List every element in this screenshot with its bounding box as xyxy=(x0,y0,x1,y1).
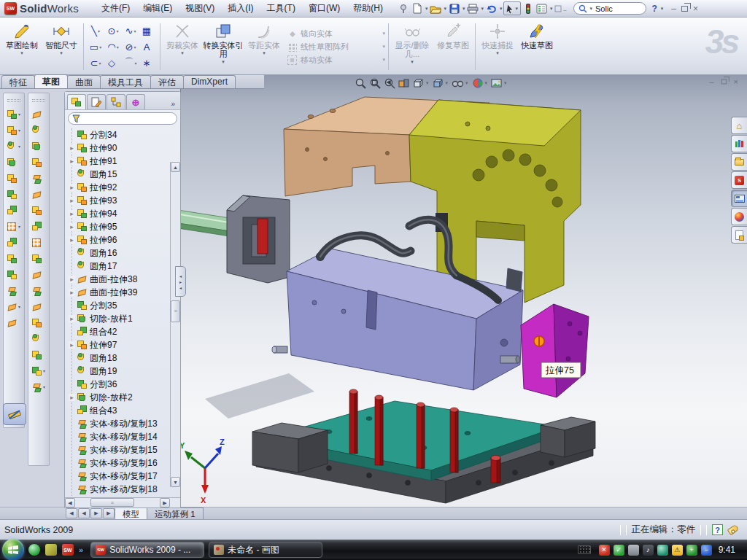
mold-tool-button[interactable]: ▾ xyxy=(7,157,20,168)
expand-arrow-icon[interactable]: ▸ xyxy=(69,276,75,283)
undo-dropdown[interactable]: ▾ xyxy=(499,6,503,12)
section-view-icon[interactable] xyxy=(398,77,410,89)
mold-tool-button[interactable]: ▾ xyxy=(7,253,20,264)
mold-tool-button[interactable]: ▾ xyxy=(7,141,20,152)
keyboard-layout-icon[interactable] xyxy=(578,545,591,554)
hide-show-items-icon[interactable]: ▾ xyxy=(452,78,469,88)
quick-tip-help-icon[interactable]: ? xyxy=(712,524,723,535)
menu-item[interactable]: 插入(I) xyxy=(221,0,260,17)
slot-tool-icon[interactable]: ⊂▾ xyxy=(87,55,104,71)
taskbar-button[interactable]: SW SolidWorks 2009 - ... xyxy=(90,542,204,558)
ellipse-tool-icon[interactable]: ⊘▾ xyxy=(122,39,139,55)
mold-tool-button[interactable]: ▾ xyxy=(7,189,20,200)
part-insert-block[interactable] xyxy=(521,304,589,397)
help-dropdown[interactable]: ▾ xyxy=(660,6,665,12)
property-manager-tab[interactable] xyxy=(87,94,106,109)
rectangle-tool-icon[interactable]: ▭▾ xyxy=(87,39,104,55)
arc-tool-icon[interactable]: ◠▾ xyxy=(104,39,122,55)
surface-tool-button[interactable]: ▾ xyxy=(32,125,45,136)
ribbon-stack-item[interactable]: 线性草图阵列 ▾ xyxy=(287,42,385,52)
scroll-right-button[interactable]: ▶ xyxy=(160,498,170,508)
save-icon[interactable] xyxy=(448,2,461,15)
mold-tool-button[interactable]: ▾ xyxy=(7,301,20,312)
mold-tool-button[interactable]: ▾ xyxy=(7,317,20,328)
tree-horizontal-scrollbar[interactable]: ◀ ≡ ▶ xyxy=(65,497,180,508)
sketch-fillet-tool-icon[interactable]: ⌒▾ xyxy=(122,55,139,71)
tree-item[interactable]: ▸ 拉伸94 xyxy=(72,207,180,220)
file-explorer-tab[interactable] xyxy=(731,153,747,171)
tree-item[interactable]: ▸ 圆角16 xyxy=(72,246,180,260)
close-button[interactable]: × xyxy=(693,5,698,12)
command-tab[interactable]: 特征 xyxy=(1,75,35,88)
surface-tool-button[interactable]: ▾ xyxy=(32,173,45,184)
menu-item[interactable]: 视图(V) xyxy=(179,0,221,17)
tree-item[interactable]: ▸ 组合42 xyxy=(72,325,180,338)
solidworks-shortcut-icon[interactable]: SW xyxy=(62,544,74,556)
new-file-icon[interactable] xyxy=(411,2,424,15)
start-button[interactable] xyxy=(2,539,24,560)
point-tool-icon[interactable]: ∗▾ xyxy=(139,55,157,71)
tree-item[interactable]: ▸ 切除-放样2 xyxy=(72,391,180,404)
expand-arrow-icon[interactable]: ▸ xyxy=(69,158,75,165)
trim-entities-button[interactable]: 剪裁实体 ▾ xyxy=(163,20,201,73)
expand-arrow-icon[interactable]: ▸ xyxy=(69,223,75,230)
circle-tool-icon[interactable]: ⊙▾ xyxy=(104,23,122,39)
tray-icon[interactable] xyxy=(657,545,668,556)
tree-item[interactable]: ▸ 曲面-拉伸38 xyxy=(72,273,180,286)
toolbar-grip[interactable] xyxy=(32,99,45,102)
tree-item[interactable]: ▸ 实体-移动/复制13 xyxy=(72,417,180,430)
smart-dimension-button[interactable]: 智能尺寸 ▾ xyxy=(42,20,80,73)
repair-sketch-button[interactable]: 修复草图 xyxy=(434,20,472,73)
part-cam-slider[interactable] xyxy=(227,195,290,283)
restore-button[interactable] xyxy=(681,6,688,12)
rapid-sketch-button[interactable]: 快速草图 xyxy=(518,20,556,73)
menu-item[interactable]: 帮助(H) xyxy=(347,0,390,17)
doc-restore-button[interactable] xyxy=(721,79,727,85)
tree-item[interactable]: ▸ 拉伸92 xyxy=(72,181,180,194)
open-file-dropdown[interactable]: ▾ xyxy=(443,6,447,12)
search-box[interactable]: ▾ Solic xyxy=(573,2,646,15)
mold-tool-button[interactable]: ▾ xyxy=(7,125,20,136)
tree-item[interactable]: ▸ 圆角19 xyxy=(72,365,180,378)
display-style-icon[interactable]: ▾ xyxy=(433,77,449,89)
tree-item[interactable]: ▸ 拉伸93 xyxy=(72,194,180,207)
appearances-tab[interactable] xyxy=(731,208,747,225)
zoom-area-icon[interactable] xyxy=(369,77,381,89)
surface-tool-button[interactable]: ▾ xyxy=(32,333,45,344)
expand-arrow-icon[interactable]: ▸ xyxy=(69,289,75,296)
expand-arrow-icon[interactable]: ▸ xyxy=(69,144,75,152)
expand-arrow-icon[interactable]: ▸ xyxy=(69,315,75,322)
convert-dropdown[interactable]: ▾ xyxy=(222,59,225,65)
surface-tool-button[interactable]: ▾ xyxy=(32,285,45,296)
surface-tool-button[interactable]: ▾ xyxy=(32,237,45,248)
area-hatch-tool-icon[interactable]: ▦▾ xyxy=(139,23,157,39)
menu-item[interactable]: 工具(T) xyxy=(260,0,302,17)
surface-tool-button[interactable]: ▾ xyxy=(32,349,45,360)
custom-properties-tab[interactable] xyxy=(731,226,747,244)
toolbar-overflow-icon[interactable]: .. xyxy=(554,2,568,15)
surface-tool-button[interactable]: ▾ xyxy=(32,269,45,280)
doc-close-button[interactable]: × xyxy=(734,78,738,85)
command-tab[interactable]: 草图 xyxy=(34,74,68,88)
quick-launch-tool-icon[interactable] xyxy=(45,544,57,556)
design-library-tab[interactable] xyxy=(731,135,747,152)
doc-minimize-button[interactable]: – xyxy=(709,78,713,85)
tree-item[interactable]: ▸ 组合43 xyxy=(72,404,180,417)
tree-item[interactable]: ▸ 分割35 xyxy=(72,299,180,312)
first-tab-button[interactable]: ◀ xyxy=(66,508,77,518)
surface-tool-button[interactable]: ▾ xyxy=(32,317,45,328)
print-dropdown[interactable]: ▾ xyxy=(480,6,484,12)
tag-icon[interactable] xyxy=(727,524,740,535)
quick-snaps-button[interactable]: 快速捕捉 ▾ xyxy=(479,20,516,73)
search-scope-dropdown[interactable]: ▾ xyxy=(589,6,594,12)
print-icon[interactable] xyxy=(466,2,479,15)
surface-tool-button[interactable]: ▾ xyxy=(32,301,45,312)
quick-launch-more[interactable]: » xyxy=(79,545,83,554)
tree-vertical-scrollbar[interactable]: ▲ ≡ ▼ xyxy=(170,162,180,487)
text-tool-icon[interactable]: A▾ xyxy=(139,39,157,55)
scroll-thumb[interactable]: ≡ xyxy=(171,300,180,322)
new-file-dropdown[interactable]: ▾ xyxy=(425,6,429,12)
mold-tool-button[interactable]: ▾ xyxy=(7,173,20,184)
tree-item[interactable]: ▸ 拉伸97 xyxy=(72,338,180,351)
tree-item[interactable]: ▸ 分割36 xyxy=(72,378,180,391)
